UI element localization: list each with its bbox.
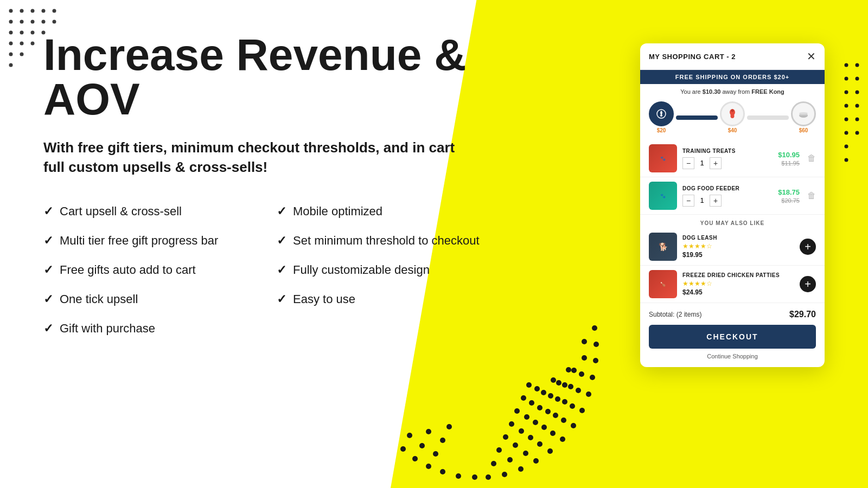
features-col-right: ✓ Mobile optimized ✓ Set minimum thresho… xyxy=(277,204,510,336)
dog-leash-price: $19.95 xyxy=(682,251,794,259)
quantity-increase-button[interactable]: + xyxy=(710,157,722,169)
checkmark-icon: ✓ xyxy=(43,263,53,277)
feature-text: Mobile optimized xyxy=(293,204,382,219)
chicken-patties-image: 🍗 xyxy=(649,270,677,298)
tier-1-group: $20 xyxy=(649,101,674,133)
quantity-decrease-button[interactable]: − xyxy=(682,157,694,169)
checkmark-icon: ✓ xyxy=(43,292,53,306)
also-like-section-title: YOU MAY ALSO LIKE xyxy=(640,215,825,228)
chicken-patties-stars: ★★★★☆ xyxy=(682,280,794,287)
price-original: $11.95 xyxy=(781,160,800,166)
dog-leash-info: DOG LEASH ★★★★☆ $19.95 xyxy=(682,235,794,259)
feature-text: Easy to use xyxy=(293,292,355,306)
svg-point-100 xyxy=(731,114,735,118)
tier-track-1 xyxy=(676,115,718,120)
subtotal-row: Subtotal: (2 items) $29.70 xyxy=(649,310,816,319)
dog-leash-stars: ★★★★☆ xyxy=(682,242,794,250)
training-treats-image: 🐾 xyxy=(649,144,677,172)
list-item: ✓ Gift with purchase xyxy=(43,322,277,336)
feature-text: Gift with purchase xyxy=(60,322,155,336)
tier-progress-bar: $20 $40 $6 xyxy=(640,97,825,140)
shipping-note: You are $10.30 away from FREE Kong xyxy=(640,84,825,97)
close-icon[interactable]: ✕ xyxy=(807,50,816,63)
cart-footer: Subtotal: (2 items) $29.70 CHECKOUT Cont… xyxy=(640,303,825,367)
feature-text: Free gifts auto add to cart xyxy=(60,263,196,277)
dog-food-feeder-price: $18.75 $20.75 xyxy=(778,188,800,204)
chicken-patties-price: $24.95 xyxy=(682,288,794,296)
delete-item-icon[interactable]: 🗑 xyxy=(807,153,816,163)
shopping-cart-widget: MY SHOPPING CART - 2 ✕ FREE SHIPPING ON … xyxy=(640,43,825,367)
checkout-button[interactable]: CHECKOUT xyxy=(649,325,816,349)
recommended-item-chicken-patties: 🍗 FREEZE DRIED CHICKEN PATTIES ★★★★☆ $24… xyxy=(640,266,825,303)
dog-leash-image: 🐕 xyxy=(649,233,677,261)
feature-text: Fully customizable design xyxy=(293,263,430,277)
tier-1-icon xyxy=(649,101,674,126)
tier-2-icon xyxy=(720,101,745,126)
list-item: ✓ Fully customizable design xyxy=(277,263,510,277)
checkmark-icon: ✓ xyxy=(43,234,53,248)
list-item: ✓ Cart upsell & cross-sell xyxy=(43,204,277,219)
dog-food-feeder-image: 🐾 xyxy=(649,182,677,210)
quantity-decrease-button[interactable]: − xyxy=(682,195,694,207)
feature-text: Cart upsell & cross-sell xyxy=(60,204,182,219)
quantity-display: 1 xyxy=(698,196,706,204)
chicken-patties-info: FREEZE DRIED CHICKEN PATTIES ★★★★☆ $24.9… xyxy=(682,272,794,296)
quantity-increase-button[interactable]: + xyxy=(710,195,722,207)
treats-img-placeholder: 🐾 xyxy=(649,144,677,172)
list-item: ✓ Set minimum threshold to checkout xyxy=(277,234,510,248)
feature-text: Set minimum threshold to checkout xyxy=(293,234,480,248)
checkmark-icon: ✓ xyxy=(277,204,286,219)
cart-header: MY SHOPPING CART - 2 ✕ xyxy=(640,43,825,70)
tier-3-icon xyxy=(791,101,816,126)
tier-track-2 xyxy=(747,115,789,120)
quantity-display: 1 xyxy=(698,159,706,167)
dog-food-feeder-name: DOG FOOD FEEDER xyxy=(682,185,773,191)
dog-food-feeder-info: DOG FOOD FEEDER − 1 + xyxy=(682,185,773,207)
checkmark-icon: ✓ xyxy=(277,292,286,306)
tier-2-label: $40 xyxy=(728,127,737,133)
dog-leash-name: DOG LEASH xyxy=(682,235,794,241)
quantity-control: − 1 + xyxy=(682,157,773,169)
tier-3-label: $60 xyxy=(799,127,808,133)
recommended-item-dog-leash: 🐕 DOG LEASH ★★★★☆ $19.95 + xyxy=(640,228,825,266)
subtotal-label: Subtotal: (2 items) xyxy=(649,311,701,318)
checkmark-icon: ✓ xyxy=(43,322,53,336)
tier-1-label: $20 xyxy=(657,127,666,133)
checkmark-icon: ✓ xyxy=(277,234,286,248)
page-subheadline: With free gift tiers, minimum checkout t… xyxy=(43,138,477,177)
leash-img-placeholder: 🐕 xyxy=(649,233,677,261)
price-current: $18.75 xyxy=(778,188,800,196)
add-to-cart-button[interactable]: + xyxy=(800,239,816,255)
free-shipping-banner: FREE SHIPPING ON ORDERS $20+ xyxy=(640,70,825,84)
continue-shopping-link[interactable]: Continue Shopping xyxy=(649,353,816,359)
tier-2-group: $40 xyxy=(720,101,745,133)
feature-text: Multi tier free gift progress bar xyxy=(60,234,218,248)
page-headline: Increase Revenue & AOV xyxy=(43,33,559,121)
list-item: ✓ Mobile optimized xyxy=(277,204,510,219)
checkmark-icon: ✓ xyxy=(277,263,286,277)
training-treats-name: TRAINING TREATS xyxy=(682,148,773,154)
feature-text: One tick upsell xyxy=(60,292,138,306)
svg-point-101 xyxy=(731,110,734,112)
quantity-control: − 1 + xyxy=(682,195,773,207)
feeder-img-placeholder: 🐾 xyxy=(649,182,677,210)
cart-item-training-treats: 🐾 TRAINING TREATS − 1 + $10.95 $11.95 🗑 xyxy=(640,140,825,177)
list-item: ✓ Multi tier free gift progress bar xyxy=(43,234,277,248)
cart-title: MY SHOPPING CART - 2 xyxy=(649,53,736,61)
price-current: $10.95 xyxy=(778,151,800,159)
svg-point-98 xyxy=(660,114,662,117)
add-to-cart-button[interactable]: + xyxy=(800,276,816,292)
list-item: ✓ Easy to use xyxy=(277,292,510,306)
svg-point-103 xyxy=(799,112,808,114)
training-treats-price: $10.95 $11.95 xyxy=(778,151,800,166)
delete-item-icon[interactable]: 🗑 xyxy=(807,191,816,201)
tier-3-group: $60 xyxy=(791,101,816,133)
chicken-img-placeholder: 🍗 xyxy=(649,270,677,298)
cart-item-dog-food-feeder: 🐾 DOG FOOD FEEDER − 1 + $18.75 $20.75 🗑 xyxy=(640,177,825,215)
features-grid: ✓ Cart upsell & cross-sell ✓ Multi tier … xyxy=(43,204,510,336)
chicken-patties-name: FREEZE DRIED CHICKEN PATTIES xyxy=(682,272,794,278)
list-item: ✓ Free gifts auto add to cart xyxy=(43,263,277,277)
training-treats-info: TRAINING TREATS − 1 + xyxy=(682,148,773,169)
features-col-left: ✓ Cart upsell & cross-sell ✓ Multi tier … xyxy=(43,204,277,336)
checkmark-icon: ✓ xyxy=(43,204,53,219)
